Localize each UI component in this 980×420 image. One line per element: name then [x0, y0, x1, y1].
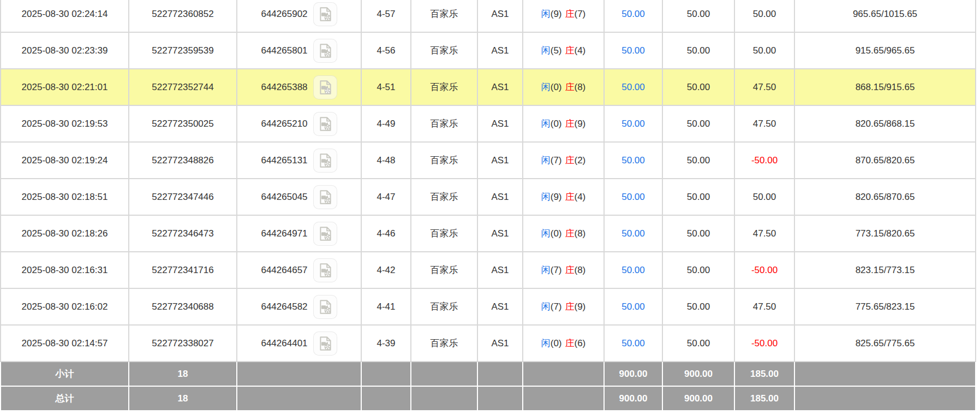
game-no-text: 644265131 [261, 155, 307, 166]
time-cell: 2025-08-30 02:19:53 [1, 105, 129, 142]
result-cell: 闲(7)庄(8) [523, 252, 604, 288]
bet-amount-link[interactable]: 50.00 [622, 119, 645, 129]
time-cell: 2025-08-30 02:19:24 [1, 142, 129, 179]
win-loss-cell: -50.00 [734, 142, 794, 179]
player-score: (0) [551, 119, 562, 129]
player-score: (7) [551, 301, 562, 312]
player-score: (9) [551, 9, 562, 19]
bet-amount-link[interactable]: 50.00 [622, 301, 645, 312]
table-name-cell: AS1 [477, 179, 523, 215]
bet-amount-link[interactable]: 50.00 [622, 192, 645, 202]
bet-amount-cell: 50.00 [604, 69, 662, 105]
game-name-cell: 百家乐 [411, 215, 477, 252]
banker-score: (9) [575, 301, 586, 312]
order-no-cell: 522772341716 [129, 252, 237, 288]
bet-amount-link[interactable]: 50.00 [622, 265, 645, 275]
balance-cell: 825.65/775.65 [794, 325, 976, 362]
game-no-text: 644264582 [261, 301, 307, 312]
summary-empty-cell [361, 362, 411, 386]
result-cell: 闲(9)庄(4) [523, 179, 604, 215]
bet-amount-link[interactable]: 50.00 [622, 45, 645, 56]
table-row[interactable]: 2025-08-30 02:18:51 522772347446 6442650… [1, 179, 976, 215]
player-score: (0) [551, 338, 562, 348]
game-no-text: 644265388 [261, 82, 307, 93]
player-label: 闲 [541, 82, 551, 92]
player-score: (9) [551, 192, 562, 202]
win-loss-cell: 50.00 [734, 0, 794, 32]
video-button[interactable] [313, 112, 337, 136]
video-file-icon [317, 6, 333, 22]
win-loss-cell: 47.50 [734, 215, 794, 252]
video-button[interactable] [313, 2, 337, 26]
order-no-cell: 522772359539 [129, 32, 237, 69]
summary-empty-cell [794, 386, 976, 411]
table-row[interactable]: 2025-08-30 02:18:26 522772346473 6442649… [1, 215, 976, 252]
banker-score: (4) [575, 192, 586, 202]
game-name-cell: 百家乐 [411, 0, 477, 32]
table-row[interactable]: 2025-08-30 02:14:57 522772338027 6442644… [1, 325, 976, 362]
summary-empty-cell [411, 362, 477, 386]
valid-bet-cell: 50.00 [662, 0, 734, 32]
table-row[interactable]: 2025-08-30 02:16:31 522772341716 6442646… [1, 252, 976, 288]
player-score: (7) [551, 265, 562, 275]
game-no-cell: 644265210 [237, 105, 361, 142]
balance-cell: 773.15/820.65 [794, 215, 976, 252]
video-button[interactable] [313, 75, 337, 99]
banker-score: (4) [575, 45, 586, 56]
bet-amount-cell: 50.00 [604, 252, 662, 288]
summary-row: 小计 18 900.00 900.00 185.00 [1, 362, 976, 386]
video-button[interactable] [313, 39, 337, 63]
table-row[interactable]: 2025-08-30 02:23:39 522772359539 6442658… [1, 32, 976, 69]
bet-amount-link[interactable]: 50.00 [622, 338, 645, 348]
table-row[interactable]: 2025-08-30 02:24:14 522772360852 6442659… [1, 0, 976, 32]
bet-amount-link[interactable]: 50.00 [622, 155, 645, 165]
video-button[interactable] [313, 295, 337, 319]
bet-amount-cell: 50.00 [604, 142, 662, 179]
bet-amount-link[interactable]: 50.00 [622, 82, 645, 92]
result-cell: 闲(9)庄(7) [523, 0, 604, 32]
player-label: 闲 [541, 338, 551, 348]
valid-bet-cell: 50.00 [662, 32, 734, 69]
table-name-cell: AS1 [477, 215, 523, 252]
win-loss-cell: 47.50 [734, 69, 794, 105]
game-name-cell: 百家乐 [411, 288, 477, 325]
video-button[interactable] [313, 332, 337, 356]
table-row[interactable]: 2025-08-30 02:19:53 522772350025 6442652… [1, 105, 976, 142]
game-no-text: 644265801 [261, 45, 307, 56]
summary-bet-cell: 900.00 [604, 386, 662, 411]
valid-bet-cell: 50.00 [662, 215, 734, 252]
table-row[interactable]: 2025-08-30 02:21:01 522772352744 6442653… [1, 69, 976, 105]
video-file-icon [317, 335, 333, 352]
summary-empty-cell [794, 362, 976, 386]
history-rows: 2025-08-30 02:24:14 522772360852 6442659… [1, 0, 976, 362]
win-loss-cell: 50.00 [734, 179, 794, 215]
video-button[interactable] [313, 185, 337, 209]
round-cell: 4-39 [361, 325, 411, 362]
round-cell: 4-46 [361, 215, 411, 252]
bet-amount-cell: 50.00 [604, 32, 662, 69]
table-row[interactable]: 2025-08-30 02:16:02 522772340688 6442645… [1, 288, 976, 325]
video-button[interactable] [313, 258, 337, 282]
balance-cell: 775.65/823.15 [794, 288, 976, 325]
valid-bet-cell: 50.00 [662, 325, 734, 362]
bet-amount-link[interactable]: 50.00 [622, 9, 645, 19]
game-no-text: 644265902 [261, 9, 307, 20]
result-cell: 闲(0)庄(8) [523, 69, 604, 105]
game-no-text: 644264401 [261, 338, 307, 349]
summary-empty-cell [523, 362, 604, 386]
banker-score: (9) [575, 119, 586, 129]
summary-win-loss-cell: 185.00 [734, 362, 794, 386]
order-no-cell: 522772360852 [129, 0, 237, 32]
video-file-icon [317, 116, 333, 132]
bet-history-table: 2025-08-30 02:24:14 522772360852 6442659… [0, 0, 976, 411]
valid-bet-cell: 50.00 [662, 69, 734, 105]
table-name-cell: AS1 [477, 0, 523, 32]
bet-amount-link[interactable]: 50.00 [622, 228, 645, 239]
table-row[interactable]: 2025-08-30 02:19:24 522772348826 6442651… [1, 142, 976, 179]
video-button[interactable] [313, 222, 337, 246]
video-button[interactable] [313, 149, 337, 173]
summary-empty-cell [361, 386, 411, 411]
table-name-cell: AS1 [477, 252, 523, 288]
result-cell: 闲(0)庄(6) [523, 325, 604, 362]
round-cell: 4-56 [361, 32, 411, 69]
